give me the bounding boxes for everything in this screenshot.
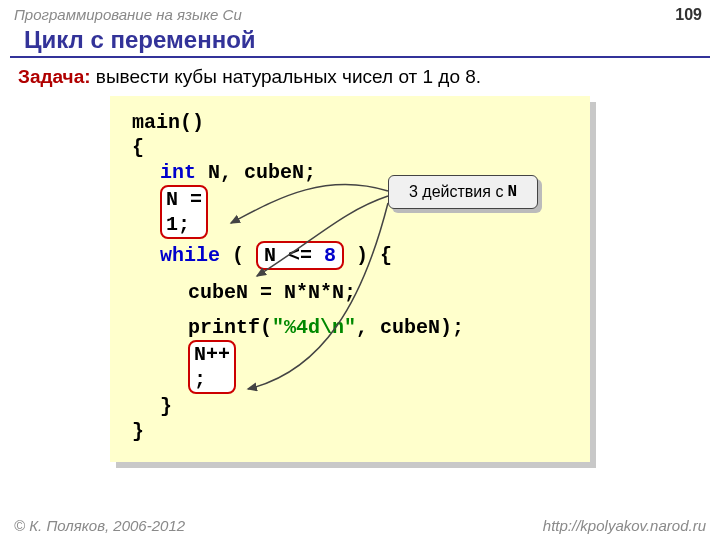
inc-highlight: N++; <box>188 340 236 394</box>
init-highlight: N = 1; <box>160 185 208 239</box>
code-block: main() { int N, cubeN; N = 1; while ( N … <box>110 96 590 462</box>
task-line: Задача: вывести кубы натуральных чисел о… <box>0 64 720 96</box>
code-line: } <box>132 419 568 444</box>
task-text: вывести кубы натуральных чисел от 1 до 8… <box>91 66 482 87</box>
code-line: cubeN = N*N*N; <box>132 280 568 305</box>
footer-url: http://kpolyakov.narod.ru <box>543 517 706 534</box>
task-label: Задача: <box>18 66 91 87</box>
while-condition-highlight: N <= 8 <box>256 241 344 270</box>
keyword-int: int <box>160 161 196 184</box>
slide-title: Цикл с переменной <box>10 24 710 58</box>
slide-footer: © К. Поляков, 2006-2012 http://kpolyakov… <box>0 517 720 534</box>
course-name: Программирование на языке Си <box>14 6 242 24</box>
slide-header: Программирование на языке Си 109 <box>0 0 720 24</box>
code-line: main() <box>132 110 568 135</box>
code-line: } <box>132 394 568 419</box>
callout-3-actions: 3 действия с N <box>388 175 538 209</box>
code-line-highlight: N++; <box>132 340 568 394</box>
page-number: 109 <box>675 6 702 24</box>
code-body: main() { int N, cubeN; N = 1; while ( N … <box>110 96 590 462</box>
code-line: { <box>132 135 568 160</box>
callout-body: 3 действия с N <box>388 175 538 209</box>
code-line: while ( N <= 8 ) { <box>132 241 568 270</box>
copyright: © К. Поляков, 2006-2012 <box>14 517 185 534</box>
keyword-while: while <box>160 244 220 267</box>
code-line: printf("%4d\n", cubeN); <box>132 315 568 340</box>
